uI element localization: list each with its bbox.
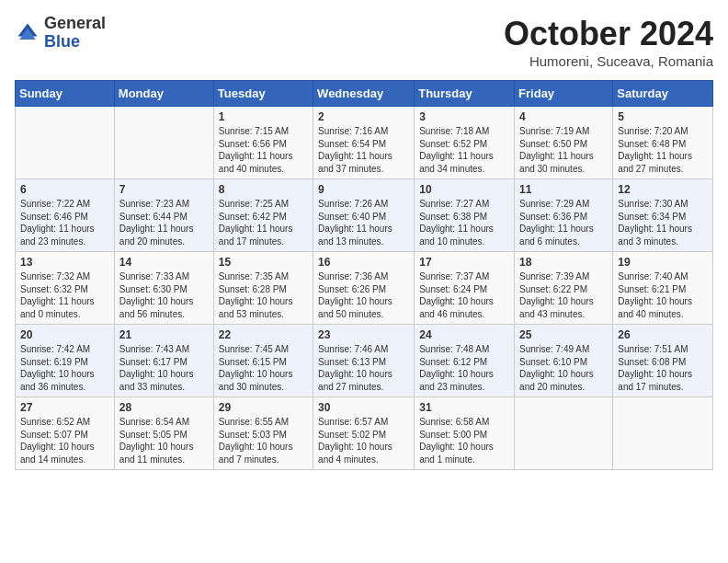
calendar-cell: 1Sunrise: 7:15 AM Sunset: 6:56 PM Daylig… — [213, 107, 313, 179]
header-day-thursday: Thursday — [415, 81, 515, 107]
day-number: 23 — [318, 328, 409, 341]
title-block: October 2024 Humoreni, Suceava, Romania — [504, 15, 713, 69]
header-day-saturday: Saturday — [613, 81, 713, 107]
day-number: 29 — [219, 401, 308, 414]
day-number: 7 — [119, 183, 209, 196]
header-row: SundayMondayTuesdayWednesdayThursdayFrid… — [16, 81, 713, 107]
day-number: 17 — [419, 256, 509, 269]
day-number: 27 — [20, 401, 109, 414]
calendar-cell: 23Sunrise: 7:46 AM Sunset: 6:13 PM Dayli… — [313, 325, 415, 397]
day-number: 19 — [618, 256, 708, 269]
day-number: 3 — [419, 110, 509, 123]
day-number: 20 — [20, 328, 109, 341]
day-number: 2 — [318, 110, 409, 123]
calendar-cell: 12Sunrise: 7:30 AM Sunset: 6:34 PM Dayli… — [613, 179, 713, 252]
calendar-cell: 4Sunrise: 7:19 AM Sunset: 6:50 PM Daylig… — [515, 107, 613, 179]
day-content: Sunrise: 7:29 AM Sunset: 6:36 PM Dayligh… — [519, 198, 608, 247]
day-content: Sunrise: 7:45 AM Sunset: 6:15 PM Dayligh… — [219, 343, 308, 393]
calendar-cell: 29Sunrise: 6:55 AM Sunset: 5:03 PM Dayli… — [213, 397, 313, 470]
logo-general: General — [44, 15, 106, 33]
week-row-5: 27Sunrise: 6:52 AM Sunset: 5:07 PM Dayli… — [16, 397, 713, 470]
calendar-cell: 18Sunrise: 7:39 AM Sunset: 6:22 PM Dayli… — [515, 252, 613, 325]
day-content: Sunrise: 6:54 AM Sunset: 5:05 PM Dayligh… — [119, 416, 209, 465]
calendar-cell: 8Sunrise: 7:25 AM Sunset: 6:42 PM Daylig… — [213, 179, 313, 252]
calendar-cell: 25Sunrise: 7:49 AM Sunset: 6:10 PM Dayli… — [515, 325, 613, 397]
calendar-body: 1Sunrise: 7:15 AM Sunset: 6:56 PM Daylig… — [16, 107, 713, 470]
header-day-wednesday: Wednesday — [313, 81, 415, 107]
day-content: Sunrise: 7:18 AM Sunset: 6:52 PM Dayligh… — [419, 125, 509, 175]
day-content: Sunrise: 7:43 AM Sunset: 6:17 PM Dayligh… — [119, 343, 209, 393]
day-content: Sunrise: 7:40 AM Sunset: 6:21 PM Dayligh… — [618, 270, 708, 320]
calendar-cell: 22Sunrise: 7:45 AM Sunset: 6:15 PM Dayli… — [213, 325, 313, 397]
day-content: Sunrise: 6:55 AM Sunset: 5:03 PM Dayligh… — [219, 416, 308, 465]
day-number: 4 — [519, 110, 608, 123]
day-number: 31 — [419, 401, 509, 414]
calendar-cell: 26Sunrise: 7:51 AM Sunset: 6:08 PM Dayli… — [613, 325, 713, 397]
day-content: Sunrise: 7:46 AM Sunset: 6:13 PM Dayligh… — [318, 343, 409, 393]
calendar-cell: 27Sunrise: 6:52 AM Sunset: 5:07 PM Dayli… — [16, 397, 115, 470]
calendar-cell: 28Sunrise: 6:54 AM Sunset: 5:05 PM Dayli… — [114, 397, 213, 470]
calendar-table: SundayMondayTuesdayWednesdayThursdayFrid… — [15, 80, 713, 470]
day-content: Sunrise: 6:52 AM Sunset: 5:07 PM Dayligh… — [20, 416, 109, 465]
calendar-cell: 20Sunrise: 7:42 AM Sunset: 6:19 PM Dayli… — [16, 325, 115, 397]
location: Humoreni, Suceava, Romania — [504, 53, 713, 69]
day-number: 8 — [219, 183, 308, 196]
calendar-cell — [613, 397, 713, 470]
day-content: Sunrise: 6:57 AM Sunset: 5:02 PM Dayligh… — [318, 416, 409, 465]
day-content: Sunrise: 7:32 AM Sunset: 6:32 PM Dayligh… — [20, 270, 109, 320]
calendar-cell: 14Sunrise: 7:33 AM Sunset: 6:30 PM Dayli… — [114, 252, 213, 325]
calendar-cell: 21Sunrise: 7:43 AM Sunset: 6:17 PM Dayli… — [114, 325, 213, 397]
calendar-cell: 17Sunrise: 7:37 AM Sunset: 6:24 PM Dayli… — [415, 252, 515, 325]
logo-text: General Blue — [44, 15, 106, 52]
day-number: 30 — [318, 401, 409, 414]
logo-blue: Blue — [44, 33, 106, 52]
calendar-cell: 11Sunrise: 7:29 AM Sunset: 6:36 PM Dayli… — [515, 179, 613, 252]
week-row-4: 20Sunrise: 7:42 AM Sunset: 6:19 PM Dayli… — [16, 325, 713, 397]
day-content: Sunrise: 6:58 AM Sunset: 5:00 PM Dayligh… — [419, 416, 509, 465]
day-content: Sunrise: 7:51 AM Sunset: 6:08 PM Dayligh… — [618, 343, 708, 393]
day-content: Sunrise: 7:36 AM Sunset: 6:26 PM Dayligh… — [318, 270, 409, 320]
month-title: October 2024 — [504, 15, 713, 53]
week-row-3: 13Sunrise: 7:32 AM Sunset: 6:32 PM Dayli… — [16, 252, 713, 325]
day-content: Sunrise: 7:20 AM Sunset: 6:48 PM Dayligh… — [618, 125, 708, 175]
calendar-cell: 2Sunrise: 7:16 AM Sunset: 6:54 PM Daylig… — [313, 107, 415, 179]
day-content: Sunrise: 7:26 AM Sunset: 6:40 PM Dayligh… — [318, 198, 409, 247]
day-number: 25 — [519, 328, 608, 341]
header-day-friday: Friday — [515, 81, 613, 107]
week-row-1: 1Sunrise: 7:15 AM Sunset: 6:56 PM Daylig… — [16, 107, 713, 179]
calendar-cell: 5Sunrise: 7:20 AM Sunset: 6:48 PM Daylig… — [613, 107, 713, 179]
day-content: Sunrise: 7:48 AM Sunset: 6:12 PM Dayligh… — [419, 343, 509, 393]
header-day-sunday: Sunday — [16, 81, 115, 107]
day-number: 21 — [119, 328, 209, 341]
calendar-cell — [515, 397, 613, 470]
day-number: 13 — [20, 256, 109, 269]
day-number: 18 — [519, 256, 608, 269]
day-number: 12 — [618, 183, 708, 196]
calendar-cell: 7Sunrise: 7:23 AM Sunset: 6:44 PM Daylig… — [114, 179, 213, 252]
day-number: 10 — [419, 183, 509, 196]
day-content: Sunrise: 7:49 AM Sunset: 6:10 PM Dayligh… — [519, 343, 608, 393]
calendar-cell: 31Sunrise: 6:58 AM Sunset: 5:00 PM Dayli… — [415, 397, 515, 470]
day-content: Sunrise: 7:25 AM Sunset: 6:42 PM Dayligh… — [219, 198, 308, 247]
logo: General Blue — [15, 15, 106, 52]
day-number: 24 — [419, 328, 509, 341]
day-number: 11 — [519, 183, 608, 196]
calendar-cell: 24Sunrise: 7:48 AM Sunset: 6:12 PM Dayli… — [415, 325, 515, 397]
day-number: 22 — [219, 328, 308, 341]
calendar-cell: 13Sunrise: 7:32 AM Sunset: 6:32 PM Dayli… — [16, 252, 115, 325]
day-content: Sunrise: 7:42 AM Sunset: 6:19 PM Dayligh… — [20, 343, 109, 393]
day-number: 1 — [219, 110, 308, 123]
day-number: 16 — [318, 256, 409, 269]
header-day-monday: Monday — [114, 81, 213, 107]
header-day-tuesday: Tuesday — [213, 81, 313, 107]
calendar-cell: 30Sunrise: 6:57 AM Sunset: 5:02 PM Dayli… — [313, 397, 415, 470]
day-number: 28 — [119, 401, 209, 414]
calendar-cell: 3Sunrise: 7:18 AM Sunset: 6:52 PM Daylig… — [415, 107, 515, 179]
calendar-cell: 15Sunrise: 7:35 AM Sunset: 6:28 PM Dayli… — [213, 252, 313, 325]
day-number: 5 — [618, 110, 708, 123]
day-content: Sunrise: 7:16 AM Sunset: 6:54 PM Dayligh… — [318, 125, 409, 175]
calendar-cell — [114, 107, 213, 179]
week-row-2: 6Sunrise: 7:22 AM Sunset: 6:46 PM Daylig… — [16, 179, 713, 252]
day-content: Sunrise: 7:39 AM Sunset: 6:22 PM Dayligh… — [519, 270, 608, 320]
calendar-header: SundayMondayTuesdayWednesdayThursdayFrid… — [16, 81, 713, 107]
